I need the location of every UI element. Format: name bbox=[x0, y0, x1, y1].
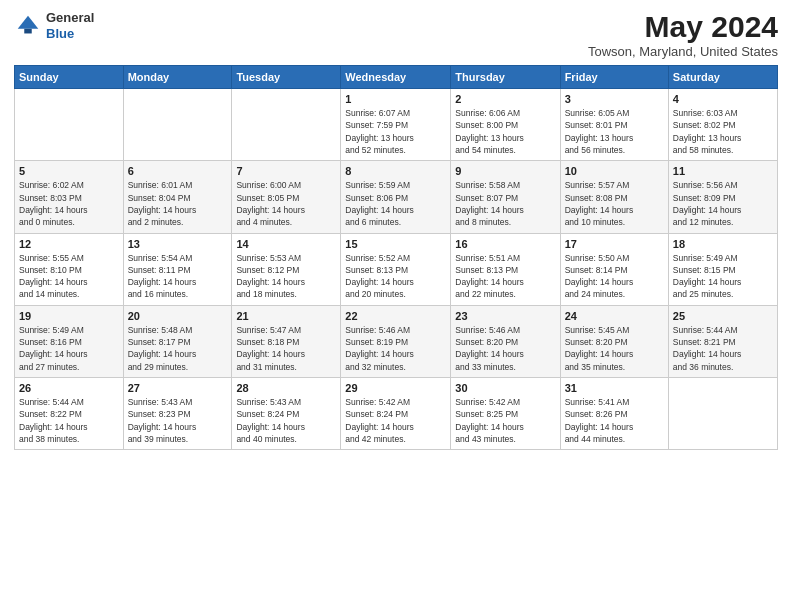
day-detail: Sunrise: 5:53 AM Sunset: 8:12 PM Dayligh… bbox=[236, 252, 336, 301]
day-detail: Sunrise: 5:48 AM Sunset: 8:17 PM Dayligh… bbox=[128, 324, 228, 373]
day-detail: Sunrise: 5:54 AM Sunset: 8:11 PM Dayligh… bbox=[128, 252, 228, 301]
day-detail: Sunrise: 5:55 AM Sunset: 8:10 PM Dayligh… bbox=[19, 252, 119, 301]
day-number: 18 bbox=[673, 238, 773, 250]
day-detail: Sunrise: 5:49 AM Sunset: 8:16 PM Dayligh… bbox=[19, 324, 119, 373]
day-number: 31 bbox=[565, 382, 664, 394]
day-detail: Sunrise: 5:44 AM Sunset: 8:22 PM Dayligh… bbox=[19, 396, 119, 445]
calendar-cell-w4-d2: 20Sunrise: 5:48 AM Sunset: 8:17 PM Dayli… bbox=[123, 305, 232, 377]
day-detail: Sunrise: 6:07 AM Sunset: 7:59 PM Dayligh… bbox=[345, 107, 446, 156]
calendar-week-5: 26Sunrise: 5:44 AM Sunset: 8:22 PM Dayli… bbox=[15, 378, 778, 450]
calendar-cell-w5-d1: 26Sunrise: 5:44 AM Sunset: 8:22 PM Dayli… bbox=[15, 378, 124, 450]
calendar-header-row: Sunday Monday Tuesday Wednesday Thursday… bbox=[15, 66, 778, 89]
calendar-cell-w3-d3: 14Sunrise: 5:53 AM Sunset: 8:12 PM Dayli… bbox=[232, 233, 341, 305]
logo-general: General bbox=[46, 10, 94, 26]
day-detail: Sunrise: 5:43 AM Sunset: 8:23 PM Dayligh… bbox=[128, 396, 228, 445]
day-detail: Sunrise: 6:06 AM Sunset: 8:00 PM Dayligh… bbox=[455, 107, 555, 156]
calendar-cell-w4-d7: 25Sunrise: 5:44 AM Sunset: 8:21 PM Dayli… bbox=[668, 305, 777, 377]
day-number: 19 bbox=[19, 310, 119, 322]
calendar-cell-w5-d2: 27Sunrise: 5:43 AM Sunset: 8:23 PM Dayli… bbox=[123, 378, 232, 450]
day-number: 29 bbox=[345, 382, 446, 394]
day-number: 9 bbox=[455, 165, 555, 177]
calendar-cell-w5-d3: 28Sunrise: 5:43 AM Sunset: 8:24 PM Dayli… bbox=[232, 378, 341, 450]
day-detail: Sunrise: 5:49 AM Sunset: 8:15 PM Dayligh… bbox=[673, 252, 773, 301]
day-detail: Sunrise: 6:02 AM Sunset: 8:03 PM Dayligh… bbox=[19, 179, 119, 228]
calendar-cell-w5-d6: 31Sunrise: 5:41 AM Sunset: 8:26 PM Dayli… bbox=[560, 378, 668, 450]
calendar-table: Sunday Monday Tuesday Wednesday Thursday… bbox=[14, 65, 778, 450]
calendar-cell-w1-d4: 1Sunrise: 6:07 AM Sunset: 7:59 PM Daylig… bbox=[341, 89, 451, 161]
calendar-cell-w5-d5: 30Sunrise: 5:42 AM Sunset: 8:25 PM Dayli… bbox=[451, 378, 560, 450]
day-detail: Sunrise: 5:46 AM Sunset: 8:19 PM Dayligh… bbox=[345, 324, 446, 373]
calendar-cell-w4-d5: 23Sunrise: 5:46 AM Sunset: 8:20 PM Dayli… bbox=[451, 305, 560, 377]
calendar-cell-w1-d1 bbox=[15, 89, 124, 161]
calendar-cell-w5-d4: 29Sunrise: 5:42 AM Sunset: 8:24 PM Dayli… bbox=[341, 378, 451, 450]
col-saturday: Saturday bbox=[668, 66, 777, 89]
title-block: May 2024 Towson, Maryland, United States bbox=[588, 10, 778, 59]
day-detail: Sunrise: 5:44 AM Sunset: 8:21 PM Dayligh… bbox=[673, 324, 773, 373]
day-number: 13 bbox=[128, 238, 228, 250]
day-detail: Sunrise: 5:45 AM Sunset: 8:20 PM Dayligh… bbox=[565, 324, 664, 373]
logo-blue: Blue bbox=[46, 26, 94, 42]
calendar-cell-w4-d3: 21Sunrise: 5:47 AM Sunset: 8:18 PM Dayli… bbox=[232, 305, 341, 377]
calendar-week-1: 1Sunrise: 6:07 AM Sunset: 7:59 PM Daylig… bbox=[15, 89, 778, 161]
svg-marker-0 bbox=[18, 15, 39, 28]
day-number: 5 bbox=[19, 165, 119, 177]
day-detail: Sunrise: 5:51 AM Sunset: 8:13 PM Dayligh… bbox=[455, 252, 555, 301]
day-number: 2 bbox=[455, 93, 555, 105]
day-detail: Sunrise: 6:01 AM Sunset: 8:04 PM Dayligh… bbox=[128, 179, 228, 228]
logo-icon bbox=[14, 12, 42, 40]
calendar-cell-w1-d5: 2Sunrise: 6:06 AM Sunset: 8:00 PM Daylig… bbox=[451, 89, 560, 161]
day-number: 26 bbox=[19, 382, 119, 394]
calendar-cell-w5-d7 bbox=[668, 378, 777, 450]
day-number: 25 bbox=[673, 310, 773, 322]
calendar-cell-w3-d7: 18Sunrise: 5:49 AM Sunset: 8:15 PM Dayli… bbox=[668, 233, 777, 305]
day-detail: Sunrise: 5:46 AM Sunset: 8:20 PM Dayligh… bbox=[455, 324, 555, 373]
day-detail: Sunrise: 5:47 AM Sunset: 8:18 PM Dayligh… bbox=[236, 324, 336, 373]
col-monday: Monday bbox=[123, 66, 232, 89]
day-number: 12 bbox=[19, 238, 119, 250]
month-year-title: May 2024 bbox=[588, 10, 778, 44]
col-tuesday: Tuesday bbox=[232, 66, 341, 89]
day-number: 7 bbox=[236, 165, 336, 177]
day-detail: Sunrise: 5:50 AM Sunset: 8:14 PM Dayligh… bbox=[565, 252, 664, 301]
calendar-cell-w4-d4: 22Sunrise: 5:46 AM Sunset: 8:19 PM Dayli… bbox=[341, 305, 451, 377]
calendar-cell-w3-d4: 15Sunrise: 5:52 AM Sunset: 8:13 PM Dayli… bbox=[341, 233, 451, 305]
calendar-cell-w4-d6: 24Sunrise: 5:45 AM Sunset: 8:20 PM Dayli… bbox=[560, 305, 668, 377]
day-number: 11 bbox=[673, 165, 773, 177]
col-sunday: Sunday bbox=[15, 66, 124, 89]
day-detail: Sunrise: 5:42 AM Sunset: 8:24 PM Dayligh… bbox=[345, 396, 446, 445]
day-number: 4 bbox=[673, 93, 773, 105]
day-detail: Sunrise: 5:52 AM Sunset: 8:13 PM Dayligh… bbox=[345, 252, 446, 301]
col-friday: Friday bbox=[560, 66, 668, 89]
day-number: 21 bbox=[236, 310, 336, 322]
calendar-cell-w1-d2 bbox=[123, 89, 232, 161]
calendar-cell-w1-d7: 4Sunrise: 6:03 AM Sunset: 8:02 PM Daylig… bbox=[668, 89, 777, 161]
calendar-week-4: 19Sunrise: 5:49 AM Sunset: 8:16 PM Dayli… bbox=[15, 305, 778, 377]
page-header: General Blue May 2024 Towson, Maryland, … bbox=[14, 10, 778, 59]
day-number: 15 bbox=[345, 238, 446, 250]
calendar-cell-w2-d4: 8Sunrise: 5:59 AM Sunset: 8:06 PM Daylig… bbox=[341, 161, 451, 233]
calendar-cell-w2-d3: 7Sunrise: 6:00 AM Sunset: 8:05 PM Daylig… bbox=[232, 161, 341, 233]
day-detail: Sunrise: 5:41 AM Sunset: 8:26 PM Dayligh… bbox=[565, 396, 664, 445]
day-number: 28 bbox=[236, 382, 336, 394]
day-number: 24 bbox=[565, 310, 664, 322]
calendar-cell-w2-d1: 5Sunrise: 6:02 AM Sunset: 8:03 PM Daylig… bbox=[15, 161, 124, 233]
calendar-week-2: 5Sunrise: 6:02 AM Sunset: 8:03 PM Daylig… bbox=[15, 161, 778, 233]
day-number: 27 bbox=[128, 382, 228, 394]
day-detail: Sunrise: 5:43 AM Sunset: 8:24 PM Dayligh… bbox=[236, 396, 336, 445]
day-number: 3 bbox=[565, 93, 664, 105]
calendar-cell-w1-d6: 3Sunrise: 6:05 AM Sunset: 8:01 PM Daylig… bbox=[560, 89, 668, 161]
col-wednesday: Wednesday bbox=[341, 66, 451, 89]
day-number: 8 bbox=[345, 165, 446, 177]
calendar-cell-w3-d1: 12Sunrise: 5:55 AM Sunset: 8:10 PM Dayli… bbox=[15, 233, 124, 305]
calendar-cell-w3-d6: 17Sunrise: 5:50 AM Sunset: 8:14 PM Dayli… bbox=[560, 233, 668, 305]
calendar-cell-w1-d3 bbox=[232, 89, 341, 161]
day-number: 16 bbox=[455, 238, 555, 250]
calendar-cell-w3-d5: 16Sunrise: 5:51 AM Sunset: 8:13 PM Dayli… bbox=[451, 233, 560, 305]
calendar-week-3: 12Sunrise: 5:55 AM Sunset: 8:10 PM Dayli… bbox=[15, 233, 778, 305]
day-detail: Sunrise: 5:57 AM Sunset: 8:08 PM Dayligh… bbox=[565, 179, 664, 228]
location-subtitle: Towson, Maryland, United States bbox=[588, 44, 778, 59]
day-detail: Sunrise: 6:03 AM Sunset: 8:02 PM Dayligh… bbox=[673, 107, 773, 156]
calendar-cell-w2-d6: 10Sunrise: 5:57 AM Sunset: 8:08 PM Dayli… bbox=[560, 161, 668, 233]
day-detail: Sunrise: 5:59 AM Sunset: 8:06 PM Dayligh… bbox=[345, 179, 446, 228]
day-detail: Sunrise: 5:56 AM Sunset: 8:09 PM Dayligh… bbox=[673, 179, 773, 228]
